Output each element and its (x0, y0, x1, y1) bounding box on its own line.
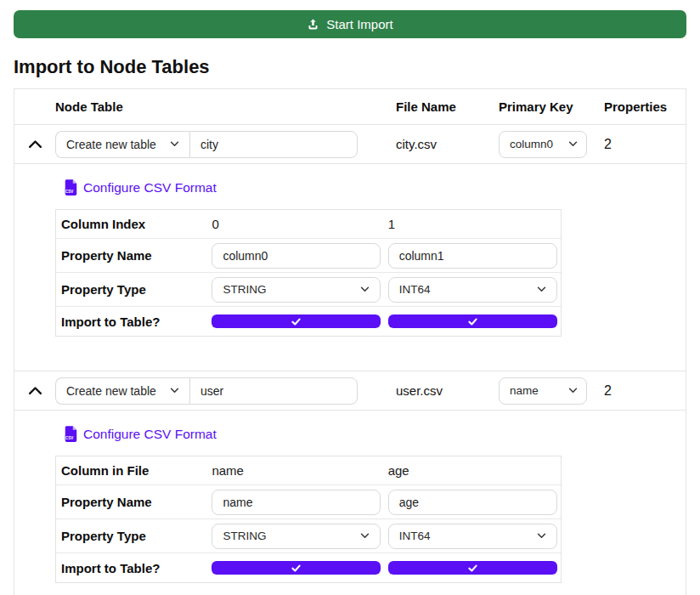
chevron-down-icon (568, 141, 578, 147)
check-icon (291, 564, 301, 572)
header-node-table: Node Table (55, 99, 396, 114)
check-icon (468, 318, 477, 326)
configure-csv-format-link[interactable]: CSV Configure CSV Format (65, 179, 217, 196)
import-to-table-row: Import to Table? (56, 553, 561, 582)
table-name-input[interactable] (189, 131, 358, 158)
primary-key-select[interactable]: column0 (499, 131, 587, 158)
property-type-row: Property Type STRING INT64 (56, 273, 561, 307)
start-import-label: Start Import (326, 17, 392, 31)
property-type-row: Property Type STRING INT64 (56, 519, 561, 553)
chevron-down-icon (170, 388, 179, 394)
property-type-select[interactable]: STRING (212, 277, 381, 303)
chevron-up-icon (28, 139, 42, 149)
property-name-row: Property Name (56, 485, 561, 519)
check-icon (468, 564, 477, 572)
page-title: Import to Node Tables (14, 56, 686, 78)
table-name-input[interactable] (189, 377, 358, 405)
import-toggle[interactable] (388, 314, 557, 328)
config-header-row: Column Index 0 1 (56, 210, 561, 239)
property-name-input[interactable] (212, 243, 381, 269)
properties-count: 2 (604, 383, 612, 398)
table-header-row: Node Table File Name Primary Key Propert… (14, 89, 686, 125)
property-type-value: STRING (223, 283, 266, 296)
csv-file-icon: CSV (65, 426, 77, 442)
property-type-value: STRING (223, 530, 266, 542)
config-header-label: Column in File (56, 463, 212, 478)
primary-key-value: column0 (510, 138, 553, 150)
property-name-input[interactable] (388, 243, 557, 269)
import-toggle[interactable] (212, 561, 381, 575)
upload-icon (307, 18, 319, 31)
file-name-text: city.csv (396, 137, 437, 151)
header-primary-key: Primary Key (499, 99, 604, 114)
config-header-row: Column in File name age (56, 456, 561, 485)
csv-file-icon: CSV (65, 179, 77, 196)
property-type-select[interactable]: INT64 (388, 524, 557, 549)
configure-csv-format-label: Configure CSV Format (83, 180, 217, 196)
svg-text:CSV: CSV (65, 190, 74, 194)
table-mode-value: Create new table (66, 384, 156, 398)
config-header-label: Column Index (56, 217, 212, 231)
configure-csv-format-label: Configure CSV Format (83, 427, 217, 442)
primary-key-select[interactable]: name (499, 377, 587, 405)
config-column-header: age (388, 463, 561, 478)
header-properties: Properties (604, 99, 686, 114)
import-to-table-label: Import to Table? (56, 561, 212, 575)
config-column-header: 1 (388, 217, 561, 231)
import-toggle[interactable] (212, 314, 381, 328)
property-name-label: Property Name (56, 248, 212, 263)
import-toggle[interactable] (388, 561, 557, 575)
config-column-header: name (212, 463, 387, 478)
property-name-label: Property Name (56, 495, 212, 509)
property-type-label: Property Type (56, 282, 212, 297)
property-type-value: INT64 (399, 530, 431, 542)
file-name-text: user.csv (396, 383, 443, 398)
table-row: Create new table city.csv column0 2 (14, 125, 686, 164)
config-column-header: 0 (212, 217, 387, 231)
import-to-table-label: Import to Table? (56, 314, 212, 329)
collapse-row-button[interactable] (26, 384, 44, 397)
primary-key-value: name (510, 384, 539, 397)
csv-config-section: CSV Configure CSV Format Column in File … (14, 411, 686, 595)
table-row: Create new table user.csv name 2 (14, 371, 686, 411)
csv-config-table: Column Index 0 1 Property Name Property … (55, 209, 562, 337)
property-type-select[interactable]: INT64 (388, 277, 557, 303)
import-to-table-row: Import to Table? (56, 307, 561, 336)
properties-count: 2 (604, 137, 612, 151)
property-name-row: Property Name (56, 239, 561, 273)
chevron-down-icon (360, 533, 370, 539)
property-name-input[interactable] (388, 490, 557, 515)
chevron-down-icon (568, 388, 578, 394)
csv-config-table: Column in File name age Property Name Pr… (55, 456, 562, 583)
table-mode-select[interactable]: Create new table (55, 377, 189, 405)
property-name-input[interactable] (212, 490, 381, 515)
csv-config-section: CSV Configure CSV Format Column Index 0 … (14, 164, 686, 371)
chevron-down-icon (360, 286, 370, 292)
node-tables-container: Node Table File Name Primary Key Propert… (14, 88, 686, 595)
chevron-down-icon (537, 286, 546, 292)
header-file-name: File Name (396, 99, 499, 114)
table-mode-value: Create new table (66, 138, 156, 151)
table-mode-select[interactable]: Create new table (55, 131, 189, 158)
collapse-row-button[interactable] (26, 138, 44, 150)
chevron-up-icon (28, 386, 42, 395)
property-type-value: INT64 (399, 283, 431, 296)
property-type-select[interactable]: STRING (212, 524, 381, 549)
chevron-down-icon (537, 533, 546, 539)
property-type-label: Property Type (56, 529, 212, 543)
configure-csv-format-link[interactable]: CSV Configure CSV Format (65, 426, 217, 442)
chevron-down-icon (170, 141, 179, 147)
svg-text:CSV: CSV (65, 436, 74, 440)
start-import-button[interactable]: Start Import (14, 10, 686, 38)
check-icon (291, 318, 301, 326)
